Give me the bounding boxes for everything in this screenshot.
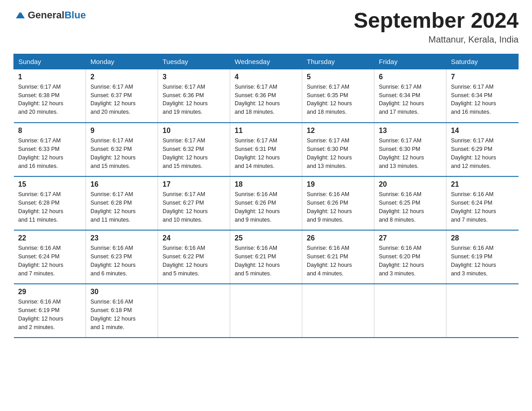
day-number: 11 xyxy=(235,127,297,135)
header-monday: Monday xyxy=(86,54,158,69)
calendar-cell: 25 Sunrise: 6:16 AM Sunset: 6:21 PM Dayl… xyxy=(230,230,302,284)
calendar-cell: 7 Sunrise: 6:17 AM Sunset: 6:34 PM Dayli… xyxy=(446,69,519,123)
day-info: Sunrise: 6:17 AM Sunset: 6:30 PM Dayligh… xyxy=(379,137,442,170)
day-info: Sunrise: 6:16 AM Sunset: 6:18 PM Dayligh… xyxy=(90,298,153,331)
calendar-cell xyxy=(158,284,230,338)
day-info: Sunrise: 6:17 AM Sunset: 6:27 PM Dayligh… xyxy=(163,190,225,224)
day-number: 21 xyxy=(451,180,514,188)
day-info: Sunrise: 6:16 AM Sunset: 6:24 PM Dayligh… xyxy=(18,244,82,278)
calendar-cell xyxy=(446,284,519,338)
day-info: Sunrise: 6:17 AM Sunset: 6:28 PM Dayligh… xyxy=(90,190,153,224)
day-number: 13 xyxy=(379,127,442,135)
day-info: Sunrise: 6:17 AM Sunset: 6:29 PM Dayligh… xyxy=(451,137,514,170)
day-number: 19 xyxy=(307,180,369,188)
day-number: 17 xyxy=(163,180,225,188)
day-info: Sunrise: 6:17 AM Sunset: 6:28 PM Dayligh… xyxy=(18,190,82,224)
header-friday: Friday xyxy=(374,54,446,69)
day-number: 14 xyxy=(451,127,514,135)
calendar-cell: 3 Sunrise: 6:17 AM Sunset: 6:36 PM Dayli… xyxy=(158,69,230,123)
day-info: Sunrise: 6:17 AM Sunset: 6:32 PM Dayligh… xyxy=(90,137,153,170)
header-wednesday: Wednesday xyxy=(230,54,302,69)
day-info: Sunrise: 6:17 AM Sunset: 6:35 PM Dayligh… xyxy=(307,83,369,116)
calendar-cell xyxy=(302,284,374,338)
day-info: Sunrise: 6:17 AM Sunset: 6:38 PM Dayligh… xyxy=(18,83,82,116)
calendar-cell: 24 Sunrise: 6:16 AM Sunset: 6:22 PM Dayl… xyxy=(158,230,230,284)
calendar-week-5: 29 Sunrise: 6:16 AM Sunset: 6:19 PM Dayl… xyxy=(14,284,519,338)
calendar-cell: 15 Sunrise: 6:17 AM Sunset: 6:28 PM Dayl… xyxy=(14,176,86,230)
calendar-header-row: SundayMondayTuesdayWednesdayThursdayFrid… xyxy=(14,54,519,69)
day-number: 2 xyxy=(90,73,153,81)
day-info: Sunrise: 6:17 AM Sunset: 6:33 PM Dayligh… xyxy=(18,137,82,170)
calendar-cell: 9 Sunrise: 6:17 AM Sunset: 6:32 PM Dayli… xyxy=(86,123,158,176)
day-info: Sunrise: 6:17 AM Sunset: 6:37 PM Dayligh… xyxy=(90,83,153,116)
day-info: Sunrise: 6:16 AM Sunset: 6:25 PM Dayligh… xyxy=(379,190,442,224)
day-number: 4 xyxy=(235,73,297,81)
calendar-cell: 28 Sunrise: 6:16 AM Sunset: 6:19 PM Dayl… xyxy=(446,230,519,284)
day-number: 20 xyxy=(379,180,442,188)
day-info: Sunrise: 6:16 AM Sunset: 6:26 PM Dayligh… xyxy=(307,190,369,224)
calendar-cell: 23 Sunrise: 6:16 AM Sunset: 6:23 PM Dayl… xyxy=(86,230,158,284)
calendar-cell: 10 Sunrise: 6:17 AM Sunset: 6:32 PM Dayl… xyxy=(158,123,230,176)
calendar-cell: 6 Sunrise: 6:17 AM Sunset: 6:34 PM Dayli… xyxy=(374,69,446,123)
calendar-week-2: 8 Sunrise: 6:17 AM Sunset: 6:33 PM Dayli… xyxy=(14,123,519,176)
day-number: 24 xyxy=(163,234,225,242)
calendar-cell: 29 Sunrise: 6:16 AM Sunset: 6:19 PM Dayl… xyxy=(14,284,86,338)
location: Mattanur, Kerala, India xyxy=(354,34,519,45)
calendar-cell: 13 Sunrise: 6:17 AM Sunset: 6:30 PM Dayl… xyxy=(374,123,446,176)
day-number: 25 xyxy=(235,234,297,242)
calendar-cell: 20 Sunrise: 6:16 AM Sunset: 6:25 PM Dayl… xyxy=(374,176,446,230)
day-info: Sunrise: 6:16 AM Sunset: 6:23 PM Dayligh… xyxy=(90,244,153,278)
calendar-cell: 27 Sunrise: 6:16 AM Sunset: 6:20 PM Dayl… xyxy=(374,230,446,284)
calendar-cell: 16 Sunrise: 6:17 AM Sunset: 6:28 PM Dayl… xyxy=(86,176,158,230)
day-info: Sunrise: 6:17 AM Sunset: 6:32 PM Dayligh… xyxy=(163,137,225,170)
day-number: 26 xyxy=(307,234,369,242)
header-thursday: Thursday xyxy=(302,54,374,69)
logo-icon xyxy=(13,9,26,21)
day-info: Sunrise: 6:16 AM Sunset: 6:19 PM Dayligh… xyxy=(18,298,82,331)
calendar-week-1: 1 Sunrise: 6:17 AM Sunset: 6:38 PM Dayli… xyxy=(14,69,519,123)
day-number: 18 xyxy=(235,180,297,188)
day-info: Sunrise: 6:16 AM Sunset: 6:21 PM Dayligh… xyxy=(307,244,369,278)
day-info: Sunrise: 6:17 AM Sunset: 6:30 PM Dayligh… xyxy=(307,137,369,170)
day-number: 5 xyxy=(307,73,369,81)
calendar-cell: 30 Sunrise: 6:16 AM Sunset: 6:18 PM Dayl… xyxy=(86,284,158,338)
logo-text-blue: Blue xyxy=(64,9,86,21)
calendar-table: SundayMondayTuesdayWednesdayThursdayFrid… xyxy=(13,54,519,338)
calendar-cell: 12 Sunrise: 6:17 AM Sunset: 6:30 PM Dayl… xyxy=(302,123,374,176)
header-saturday: Saturday xyxy=(446,54,519,69)
calendar-cell: 19 Sunrise: 6:16 AM Sunset: 6:26 PM Dayl… xyxy=(302,176,374,230)
day-number: 10 xyxy=(163,127,225,135)
day-number: 30 xyxy=(90,288,153,296)
calendar-cell xyxy=(230,284,302,338)
day-number: 9 xyxy=(90,127,153,135)
calendar-cell: 5 Sunrise: 6:17 AM Sunset: 6:35 PM Dayli… xyxy=(302,69,374,123)
day-info: Sunrise: 6:17 AM Sunset: 6:36 PM Dayligh… xyxy=(163,83,225,116)
month-title: September 2024 xyxy=(354,9,519,33)
calendar-cell: 1 Sunrise: 6:17 AM Sunset: 6:38 PM Dayli… xyxy=(14,69,86,123)
header-tuesday: Tuesday xyxy=(158,54,230,69)
calendar-cell: 8 Sunrise: 6:17 AM Sunset: 6:33 PM Dayli… xyxy=(14,123,86,176)
calendar-cell: 11 Sunrise: 6:17 AM Sunset: 6:31 PM Dayl… xyxy=(230,123,302,176)
title-block: September 2024 Mattanur, Kerala, India xyxy=(354,9,519,45)
calendar-week-4: 22 Sunrise: 6:16 AM Sunset: 6:24 PM Dayl… xyxy=(14,230,519,284)
day-number: 7 xyxy=(451,73,514,81)
day-info: Sunrise: 6:16 AM Sunset: 6:20 PM Dayligh… xyxy=(379,244,442,278)
day-info: Sunrise: 6:16 AM Sunset: 6:21 PM Dayligh… xyxy=(235,244,297,278)
day-number: 22 xyxy=(18,234,82,242)
day-number: 28 xyxy=(451,234,514,242)
calendar-cell: 18 Sunrise: 6:16 AM Sunset: 6:26 PM Dayl… xyxy=(230,176,302,230)
day-number: 27 xyxy=(379,234,442,242)
calendar-cell: 4 Sunrise: 6:17 AM Sunset: 6:36 PM Dayli… xyxy=(230,69,302,123)
day-number: 12 xyxy=(307,127,369,135)
logo: GeneralBlue xyxy=(13,9,86,21)
calendar-cell: 14 Sunrise: 6:17 AM Sunset: 6:29 PM Dayl… xyxy=(446,123,519,176)
calendar-cell: 17 Sunrise: 6:17 AM Sunset: 6:27 PM Dayl… xyxy=(158,176,230,230)
day-info: Sunrise: 6:16 AM Sunset: 6:26 PM Dayligh… xyxy=(235,190,297,224)
day-info: Sunrise: 6:16 AM Sunset: 6:22 PM Dayligh… xyxy=(163,244,225,278)
day-number: 16 xyxy=(90,180,153,188)
day-number: 15 xyxy=(18,180,82,188)
day-number: 8 xyxy=(18,127,82,135)
day-number: 29 xyxy=(18,288,82,296)
page-header: GeneralBlue September 2024 Mattanur, Ker… xyxy=(13,9,519,45)
logo-text-general: General xyxy=(28,9,64,21)
